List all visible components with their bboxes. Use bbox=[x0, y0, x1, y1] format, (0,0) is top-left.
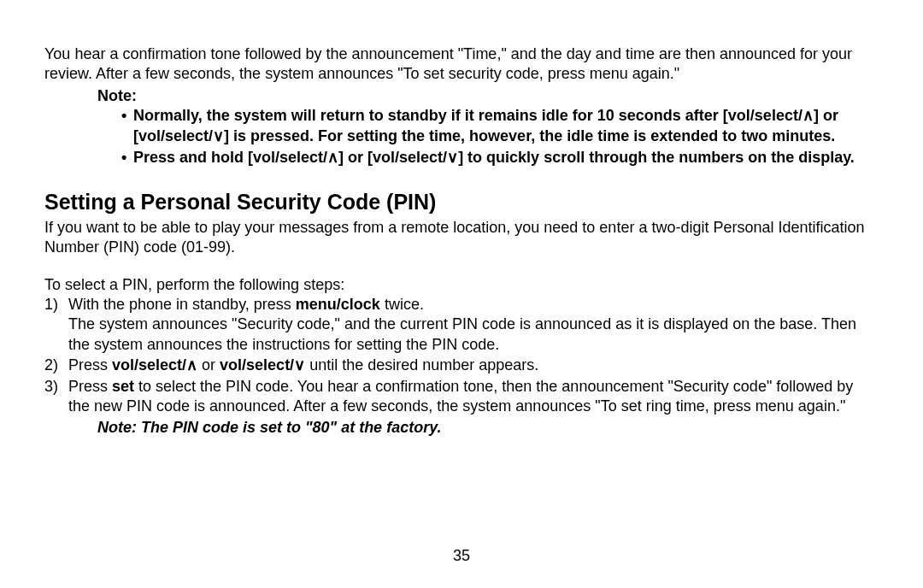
chevron-down-icon: ∨ bbox=[447, 149, 458, 166]
section-p1: If you want to be able to play your mess… bbox=[44, 218, 879, 258]
factory-note: Note: The PIN code is set to "80" at the… bbox=[97, 418, 879, 438]
step-1: With the phone in standby, press menu/cl… bbox=[44, 295, 879, 355]
chevron-up-icon: ∧ bbox=[327, 149, 338, 166]
intro-paragraph: You hear a confirmation tone followed by… bbox=[44, 44, 879, 85]
chevron-up-icon: ∧ bbox=[802, 107, 814, 124]
steps-list: With the phone in standby, press menu/cl… bbox=[44, 295, 879, 416]
section-heading: Setting a Personal Security Code (PIN) bbox=[44, 188, 879, 216]
note-bullet-2: Press and hold [vol/select/∧] or [vol/se… bbox=[121, 148, 879, 168]
note-bullet-1: Normally, the system will return to stan… bbox=[121, 106, 879, 146]
chevron-down-icon: ∨ bbox=[213, 127, 224, 144]
chevron-down-icon: ∨ bbox=[294, 356, 305, 373]
note-label: Note: bbox=[97, 86, 879, 106]
note-bullets: Normally, the system will return to stan… bbox=[121, 106, 879, 168]
step-2: Press vol/select/∧ or vol/select/∨ until… bbox=[44, 356, 879, 375]
section-p2: To select a PIN, perform the following s… bbox=[44, 275, 879, 295]
page-number: 35 bbox=[0, 546, 923, 566]
step-3: Press set to select the PIN code. You he… bbox=[44, 377, 879, 417]
chevron-up-icon: ∧ bbox=[186, 356, 197, 373]
